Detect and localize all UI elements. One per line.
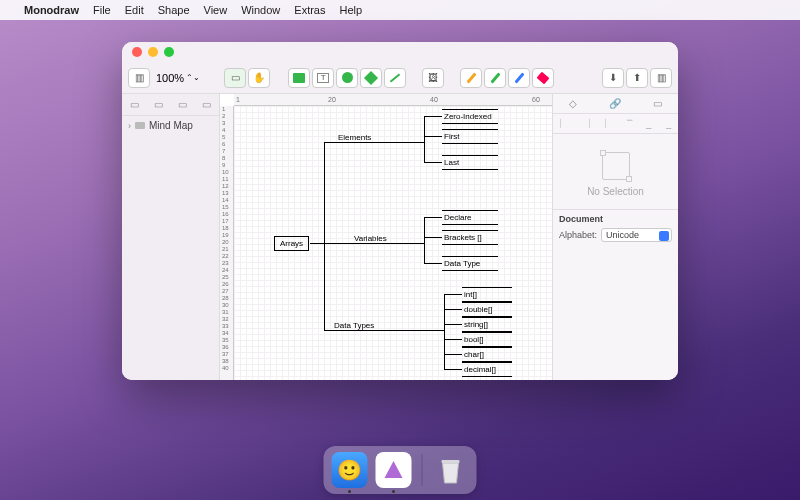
branch-label-variables[interactable]: Variables	[354, 234, 387, 243]
inspector-section-header: Document	[559, 214, 672, 224]
diamond-tool[interactable]	[360, 68, 382, 88]
branch-label-datatypes[interactable]: Data Types	[334, 321, 374, 330]
zoom-stepper-icon: ⌃⌄	[186, 73, 200, 82]
pan-tool[interactable]: ✋	[248, 68, 270, 88]
circle-icon	[342, 72, 353, 83]
dock-trash[interactable]	[433, 452, 469, 488]
export-button[interactable]: ⬆	[626, 68, 648, 88]
dock-finder[interactable]: 🙂	[332, 452, 368, 488]
dock-separator	[422, 454, 423, 486]
dock-monodraw[interactable]	[376, 452, 412, 488]
import-button[interactable]: ⬇	[602, 68, 624, 88]
eraser-tool[interactable]	[532, 68, 554, 88]
no-selection-panel: No Selection	[553, 134, 678, 209]
inspector-tab-link-icon[interactable]: 🔗	[609, 98, 621, 109]
inspector-tab-geometry-icon[interactable]: ◇	[569, 98, 577, 109]
dock: 🙂	[324, 446, 477, 494]
toolbar: ▥ 100% ⌃⌄ ▭ ✋ T 🖼 ⬇ ⬆ ▥	[122, 62, 678, 94]
minimize-button[interactable]	[148, 47, 158, 57]
zoom-button[interactable]	[164, 47, 174, 57]
sidebar-toggle-button[interactable]: ▥	[128, 68, 150, 88]
pencil-icon	[466, 72, 476, 83]
no-selection-icon	[602, 152, 630, 180]
menu-window[interactable]: Window	[241, 4, 280, 16]
delete-icon[interactable]: ▭	[202, 99, 211, 110]
canvas[interactable]: Arrays Elements Zero-Indexed First Last …	[234, 106, 552, 380]
pencil-icon	[514, 72, 524, 83]
inspector: ◇ 🔗 ▭ ⎸ ⎹ ⎸ ⎺ ⎯ ⎯ No Selection Document …	[552, 94, 678, 380]
inspector-toggle-button[interactable]: ▥	[650, 68, 672, 88]
alphabet-select[interactable]: Unicode	[601, 228, 672, 242]
sidebar-item-label: Mind Map	[149, 120, 193, 131]
leaf-datatype[interactable]: Data Type	[442, 256, 498, 271]
svg-marker-0	[385, 461, 403, 478]
align-center-h-icon[interactable]: ⎹	[582, 118, 590, 129]
inspector-tabs: ◇ 🔗 ▭	[553, 94, 678, 114]
svg-rect-1	[442, 460, 460, 463]
line-icon	[390, 73, 400, 82]
eraser-icon	[537, 71, 550, 84]
sidebar: ▭ ▭ ▭ ▭ Mind Map	[122, 94, 220, 380]
ruler-vertical: 12 34 56 78 910 1112 1314 1516 1718 1920…	[220, 106, 234, 380]
line-tool[interactable]	[384, 68, 406, 88]
titlebar	[122, 42, 678, 62]
leaf-char[interactable]: char[]	[462, 347, 512, 362]
pencil-icon	[490, 72, 500, 83]
menu-extras[interactable]: Extras	[294, 4, 325, 16]
add-layer-icon[interactable]: ▭	[130, 99, 139, 110]
text-tool[interactable]: T	[312, 68, 334, 88]
rect-tool[interactable]	[288, 68, 310, 88]
folder-icon	[135, 122, 145, 129]
align-right-icon[interactable]: ⎸	[605, 118, 613, 129]
branch-label-elements[interactable]: Elements	[338, 133, 371, 142]
leaf-zero-indexed[interactable]: Zero-Indexed	[442, 109, 498, 124]
leaf-last[interactable]: Last	[442, 155, 498, 170]
leaf-brackets[interactable]: Brackets []	[442, 230, 498, 245]
canvas-area: 1 20 40 60 12 34 56 78 910 1112 1314 151…	[220, 94, 552, 380]
sidebar-toolbar: ▭ ▭ ▭ ▭	[122, 94, 219, 116]
leaf-bool[interactable]: bool[]	[462, 332, 512, 347]
pencil-blue-tool[interactable]	[508, 68, 530, 88]
leaf-decimal[interactable]: decimal[]	[462, 362, 512, 377]
macos-menubar: Monodraw File Edit Shape View Window Ext…	[0, 0, 800, 20]
node-root[interactable]: Arrays	[274, 236, 309, 251]
menubar-appname[interactable]: Monodraw	[24, 4, 79, 16]
leaf-first[interactable]: First	[442, 129, 498, 144]
alphabet-label: Alphabet:	[559, 230, 597, 240]
leaf-string[interactable]: string[]	[462, 317, 512, 332]
add-group-icon[interactable]: ▭	[154, 99, 163, 110]
inspector-tab-style-icon[interactable]: ▭	[653, 98, 662, 109]
leaf-declare[interactable]: Declare	[442, 210, 498, 225]
zoom-value: 100%	[156, 72, 184, 84]
align-top-icon[interactable]: ⎺	[627, 119, 632, 129]
menu-shape[interactable]: Shape	[158, 4, 190, 16]
menu-help[interactable]: Help	[339, 4, 362, 16]
menu-view[interactable]: View	[204, 4, 228, 16]
diamond-icon	[364, 70, 378, 84]
ellipse-tool[interactable]	[336, 68, 358, 88]
inspector-align-row: ⎸ ⎹ ⎸ ⎺ ⎯ ⎯	[553, 114, 678, 134]
text-icon: T	[317, 73, 329, 83]
zoom-control[interactable]: 100% ⌃⌄	[156, 72, 200, 84]
leaf-double[interactable]: double[]	[462, 302, 512, 317]
pencil-green-tool[interactable]	[484, 68, 506, 88]
align-center-v-icon[interactable]: ⎯	[646, 119, 651, 129]
image-tool[interactable]: 🖼	[422, 68, 444, 88]
app-window: ▥ 100% ⌃⌄ ▭ ✋ T 🖼 ⬇ ⬆ ▥	[122, 42, 678, 380]
align-bottom-icon[interactable]: ⎯	[666, 119, 671, 129]
menu-edit[interactable]: Edit	[125, 4, 144, 16]
folder-icon[interactable]: ▭	[178, 99, 187, 110]
rect-icon	[293, 73, 305, 83]
pencil-orange-tool[interactable]	[460, 68, 482, 88]
close-button[interactable]	[132, 47, 142, 57]
leaf-int[interactable]: int[]	[462, 287, 512, 302]
inspector-document-section: Document Alphabet: Unicode	[553, 209, 678, 246]
sidebar-item-mindmap[interactable]: Mind Map	[122, 116, 219, 135]
select-tool[interactable]: ▭	[224, 68, 246, 88]
menu-file[interactable]: File	[93, 4, 111, 16]
no-selection-label: No Selection	[553, 186, 678, 197]
ruler-horizontal: 1 20 40 60	[234, 94, 552, 106]
align-left-icon[interactable]: ⎸	[560, 118, 568, 129]
